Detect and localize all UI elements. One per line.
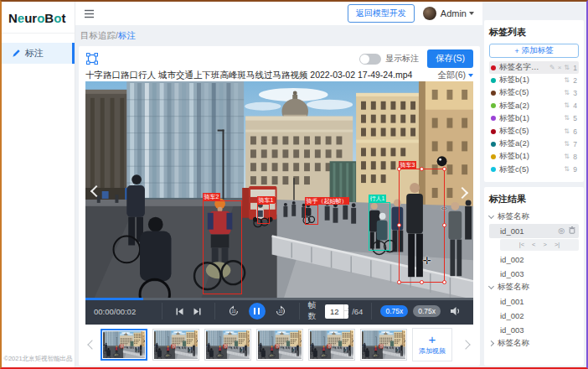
- resize-handle[interactable]: [420, 280, 424, 284]
- copyright-text: ©2021北京矩视智能出品: [2, 355, 75, 363]
- frame-step-group: [162, 303, 215, 320]
- chevron-down-icon: [469, 12, 474, 15]
- back-to-model-dev-button[interactable]: 返回模型开发: [348, 4, 415, 23]
- next-frame-icon[interactable]: [193, 307, 202, 316]
- frame-number-input[interactable]: [325, 307, 343, 316]
- app-window: NeuroBot 标注 ©2021北京矩视智能出品 返回模型开发 Admin 目…: [0, 0, 588, 369]
- bbox-rider-startframe[interactable]: 骑手（起始帧）: [305, 205, 318, 225]
- resize-handle[interactable]: [442, 280, 446, 284]
- label-row[interactable]: 标签a(2)⇅4: [489, 100, 579, 112]
- video-thumbnail-6[interactable]: [360, 329, 407, 361]
- breadcrumb-current: 标注: [118, 30, 136, 40]
- bbox-rider2[interactable]: 骑车2: [203, 200, 242, 294]
- resize-handle[interactable]: [397, 223, 401, 227]
- add-label-button[interactable]: +添加标签: [489, 44, 579, 58]
- bbox-rider1[interactable]: 骑车1: [257, 204, 270, 224]
- bbox-pedestrian1[interactable]: 行人1: [369, 202, 390, 251]
- edit-label-icon[interactable]: ✎: [549, 65, 555, 71]
- result-group-name: 标签名称: [498, 211, 529, 222]
- pager-first-icon[interactable]: |<: [519, 242, 524, 248]
- plus-icon: +: [514, 46, 519, 55]
- resize-handle[interactable]: [442, 223, 446, 227]
- show-annotations-toggle[interactable]: [359, 54, 381, 65]
- result-item[interactable]: id_002: [489, 252, 579, 267]
- username: Admin: [441, 8, 467, 18]
- video-thumbnail-4[interactable]: [256, 329, 303, 361]
- frame-number-stepper: [325, 304, 348, 319]
- frame-counter-label: 帧数: [308, 300, 322, 322]
- right-panel: 标签列表 +添加标签 标签名字最长数... ✎ × ⇅ 1 标签b(1)⇅2 标…: [482, 2, 586, 367]
- resize-handle[interactable]: [397, 167, 401, 171]
- result-item[interactable]: id_003: [489, 267, 579, 281]
- svg-text:10: 10: [278, 309, 283, 314]
- result-item-id: id_003: [500, 325, 524, 335]
- locate-icon[interactable]: ◎: [558, 227, 565, 235]
- label-row[interactable]: 标签c(5)⇅9: [489, 164, 579, 176]
- result-item[interactable]: id_001: [489, 294, 579, 309]
- forward-10-icon[interactable]: 10: [275, 305, 286, 317]
- delete-label-icon[interactable]: ×: [558, 65, 562, 71]
- add-video-button[interactable]: +添加视频: [412, 328, 452, 361]
- frame-decrement-button[interactable]: [344, 311, 348, 319]
- label-row[interactable]: 标签b(1)⇅2: [489, 74, 579, 86]
- pager-last-icon[interactable]: >|: [554, 242, 560, 248]
- breadcrumb: 目标追踪/标注: [79, 29, 480, 46]
- result-item[interactable]: id_003: [489, 323, 579, 337]
- resize-handle[interactable]: [442, 167, 446, 171]
- resize-handle[interactable]: [397, 280, 401, 284]
- frame-increment-button[interactable]: [344, 304, 348, 312]
- label-row[interactable]: 标签c(5)⇅3: [489, 86, 579, 99]
- video-thumbnail-5[interactable]: [308, 329, 355, 361]
- bbox-label: 行人1: [369, 195, 387, 202]
- label-list-title: 标签列表: [489, 26, 579, 39]
- speed-pill-active[interactable]: 0.75x: [380, 305, 408, 317]
- label-color-dot: [491, 154, 496, 159]
- result-item-id: id_001: [500, 297, 524, 306]
- label-shortcut: 9: [572, 165, 577, 174]
- label-row[interactable]: 标签a(2)⇅7: [489, 138, 579, 150]
- label-row[interactable]: 标签名字最长数... ✎ × ⇅ 1: [489, 61, 579, 74]
- prev-frame-icon[interactable]: [175, 307, 184, 316]
- user-menu[interactable]: Admin: [441, 8, 474, 18]
- video-stage[interactable]: 骑车2 骑车1 骑手（起始帧） 行人1 骑车3 ✛ ⇔: [85, 81, 473, 298]
- trash-icon[interactable]: [569, 226, 575, 236]
- video-thumbnail-2[interactable]: [152, 329, 199, 361]
- main-column: 返回模型开发 Admin 目标追踪/标注 显示标注 保存(S): [75, 2, 482, 367]
- sidebar-item-annotate[interactable]: 标注: [2, 43, 75, 64]
- label-row[interactable]: 标签b(1)⇅8: [489, 150, 579, 163]
- volume-icon[interactable]: [450, 306, 461, 316]
- result-item[interactable]: id_002: [489, 309, 579, 323]
- save-button[interactable]: 保存(S): [427, 49, 473, 68]
- result-group-name: 标签名称: [498, 282, 529, 293]
- result-group[interactable]: 标签名称: [489, 210, 579, 224]
- bbox-rider3-selected[interactable]: 骑车3: [399, 169, 445, 283]
- label-color-dot: [491, 103, 496, 108]
- video-thumbnail-strip: +添加视频: [85, 325, 473, 364]
- menu-collapse-icon[interactable]: [84, 9, 95, 18]
- rewind-10-icon[interactable]: 10: [228, 305, 240, 317]
- label-shortcut: 3: [572, 89, 577, 97]
- avatar[interactable]: [423, 7, 436, 20]
- strip-left-chevron-icon[interactable]: [87, 340, 96, 349]
- label-row[interactable]: 标签c(5)⇅6: [489, 125, 579, 138]
- pause-button[interactable]: [249, 303, 266, 320]
- label-name: 标签c(5): [499, 164, 561, 175]
- pager-prev-icon[interactable]: <: [532, 242, 535, 248]
- strip-right-chevron-icon[interactable]: [461, 340, 470, 349]
- result-group-name: 标签名称: [498, 338, 529, 349]
- label-row[interactable]: 标签b(1)⇅5: [489, 112, 579, 125]
- speed-pill-alt[interactable]: 0.75x: [413, 305, 441, 317]
- video-thumbnail-1[interactable]: [101, 329, 147, 361]
- video-thumbnail-3[interactable]: [204, 329, 251, 361]
- bounding-box-tool-icon[interactable]: [85, 52, 99, 65]
- pager-next-icon[interactable]: >: [544, 242, 547, 248]
- breadcrumb-parent[interactable]: 目标追踪: [80, 30, 116, 40]
- result-group-collapsed[interactable]: 标签名称: [489, 337, 579, 351]
- result-group[interactable]: 标签名称: [489, 281, 579, 294]
- result-item-selected[interactable]: id_001 ◎: [489, 224, 579, 238]
- filter-dropdown[interactable]: 全部(6): [437, 70, 473, 81]
- resize-handle[interactable]: [420, 167, 424, 171]
- playback-group: 10 10: [215, 303, 300, 320]
- label-name: 标签b(1): [499, 113, 561, 124]
- seek-bar[interactable]: [85, 298, 473, 300]
